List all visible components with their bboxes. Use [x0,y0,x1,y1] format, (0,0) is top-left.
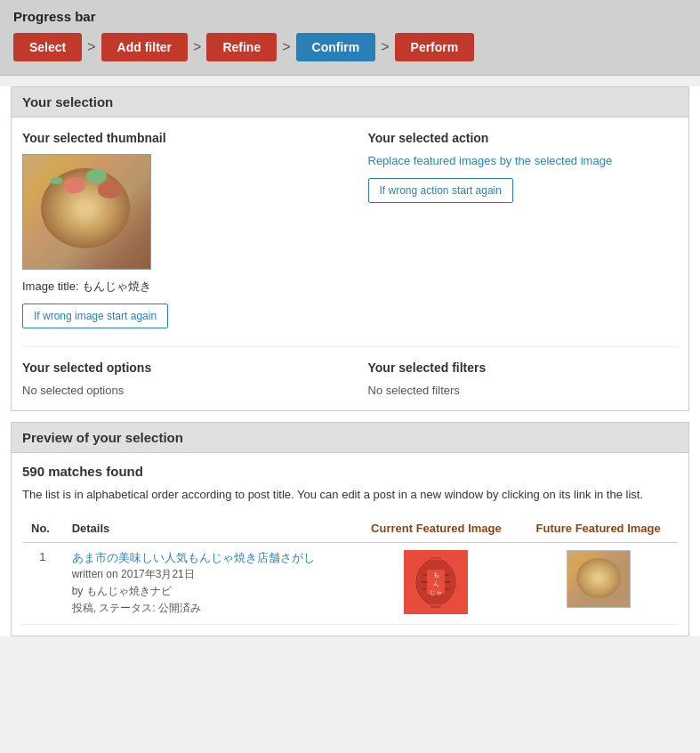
svg-text:も: も [433,571,439,579]
selection-right: Your selected action Replace featured im… [350,131,679,328]
preview-section: Preview of your selection 590 matches fo… [11,422,689,636]
selection-section-header: Your selection [12,87,688,117]
selection-bottom: Your selected options No selected option… [22,346,678,397]
col-no: No. [22,514,63,543]
selection-section: Your selection Your selected thumbnail I… [11,86,689,411]
preview-note: The list is in alphabetical order accord… [22,486,678,504]
arrow-4: > [381,39,389,55]
post-meta2: by もんじゃ焼きナビ [72,583,345,600]
step-select-button[interactable]: Select [13,33,82,61]
preview-body: 590 matches found The list is in alphabe… [12,453,688,636]
filters-section: Your selected filters No selected filter… [350,360,679,397]
current-featured-image: も ん じゃ [404,550,468,614]
filters-label: Your selected filters [368,360,679,375]
wrong-image-button[interactable]: If wrong image start again [22,304,168,328]
step-confirm-button[interactable]: Confirm [296,33,376,61]
future-image-cell [519,542,678,625]
table-row: 1 あま市の美味しい人気もんじゃ焼き店舗さがし written on 2017年… [22,542,678,625]
selection-left: Your selected thumbnail Image title: もんじ… [22,131,350,328]
preview-table: No. Details Current Featured Image Futur… [22,514,678,626]
image-title: Image title: もんじゃ焼き [22,279,333,295]
arrow-3: > [282,39,290,55]
row-number: 1 [22,542,63,625]
main-content: Your selection Your selected thumbnail I… [0,86,700,636]
progress-bar-title: Progress bar [13,9,687,24]
action-description: Replace featured images by the selected … [368,154,679,167]
matches-found: 590 matches found [22,464,678,479]
future-featured-image [567,550,631,608]
step-add-filter-button[interactable]: Add filter [101,33,188,61]
post-title-link[interactable]: あま市の美味しい人気もんじゃ焼き店舗さがし [72,551,315,564]
step-refine-button[interactable]: Refine [206,33,277,61]
col-details: Details [63,514,354,543]
action-label: Your selected action [368,131,679,145]
table-header-row: No. Details Current Featured Image Futur… [22,514,678,543]
wrong-action-button[interactable]: If wrong action start again [368,178,513,203]
post-meta3: 投稿, ステータス: 公開済み [72,600,345,617]
no-filters-text: No selected filters [368,384,679,397]
post-meta1: written on 2017年3月21日 [72,566,345,583]
post-details: あま市の美味しい人気もんじゃ焼き店舗さがし written on 2017年3月… [63,542,354,625]
thumbnail-label: Your selected thumbnail [22,131,333,145]
step-perform-button[interactable]: Perform [395,33,475,61]
svg-text:ん: ん [433,580,439,587]
col-future-image: Future Featured Image [519,514,678,543]
selected-thumbnail [22,154,151,270]
preview-section-header: Preview of your selection [12,423,688,453]
arrow-1: > [87,39,95,55]
options-label: Your selected options [22,360,333,375]
options-section: Your selected options No selected option… [22,360,350,397]
arrow-2: > [193,39,201,55]
col-current-image: Current Featured Image [353,514,519,543]
progress-steps: Select > Add filter > Refine > Confirm >… [13,33,687,61]
selection-body: Your selected thumbnail Image title: もんじ… [12,117,688,410]
current-image-cell: も ん じゃ [353,542,519,625]
no-options-text: No selected options [22,384,333,397]
progress-bar-section: Progress bar Select > Add filter > Refin… [0,0,700,76]
svg-text:じゃ: じゃ [430,589,442,596]
selection-grid: Your selected thumbnail Image title: もんじ… [22,131,678,328]
